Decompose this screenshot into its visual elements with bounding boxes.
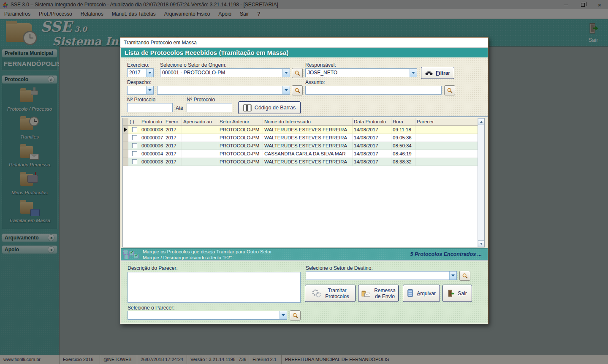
row-checkbox[interactable] <box>128 150 140 158</box>
codigo-barras-button[interactable]: Código de Barras <box>238 101 301 114</box>
search-setor-origem-button[interactable] <box>292 68 303 78</box>
setor-destino-select[interactable] <box>306 271 457 280</box>
setor-origem-label: Selecione o Setor de Origem: <box>160 62 226 68</box>
search-assunto-button[interactable] <box>444 85 455 95</box>
remessa-envio-button[interactable]: Remessade Envio <box>358 285 399 302</box>
despacho-select[interactable] <box>157 86 290 95</box>
setor-destino-label: Selecione o Setor de Destino: <box>306 265 373 271</box>
filter-panel: Exercício: 2017 Selecione o Setor de Ori… <box>121 57 488 117</box>
dialog-sair-button[interactable]: Sair <box>442 285 472 302</box>
num-protocolo-de-input[interactable] <box>127 103 173 112</box>
action-panel: Descrição do Parecer: Selecione o Setor … <box>121 261 488 323</box>
selecione-parecer-label: Selecione o Parecer: <box>128 305 174 311</box>
tramitar-em-massa-dialog: Tramitando Protocolo em Massa Lista de P… <box>120 37 489 324</box>
binoculars-icon <box>425 71 433 76</box>
ate-label: Até <box>176 105 183 111</box>
current-row-marker-icon <box>124 128 127 132</box>
search-setor-destino-button[interactable] <box>459 271 470 281</box>
responsavel-label: Responsável: <box>305 62 336 68</box>
protocol-table: ( ) Protocolo Exerc. Apensado ao Setor A… <box>122 118 485 247</box>
despacho-code-select[interactable] <box>127 86 154 95</box>
num-protocolo2-label: Nº Protocolo <box>187 97 215 103</box>
barcode-icon <box>243 104 252 111</box>
col-protocolo[interactable]: Protocolo <box>140 118 164 125</box>
assunto-label: Assunto: <box>305 79 325 85</box>
num-protocolo-label: Nº Protocolo <box>127 97 155 103</box>
row-checkbox[interactable] <box>128 158 140 166</box>
search-despacho-button[interactable] <box>292 85 303 95</box>
search-icon <box>294 70 301 76</box>
chevron-down-icon[interactable] <box>146 69 153 77</box>
parecer-select[interactable] <box>128 311 287 320</box>
chevron-down-icon[interactable] <box>410 69 417 77</box>
responsavel-select[interactable]: JOSE_NETO <box>305 68 417 77</box>
col-exerc[interactable]: Exerc. <box>164 118 182 125</box>
table-row[interactable]: 00000006 2017 PROTOCOLO-PM WALTERUDES ES… <box>123 142 478 150</box>
chevron-down-icon[interactable] <box>282 69 290 77</box>
descricao-parecer-textarea[interactable] <box>128 272 301 303</box>
chevron-down-icon[interactable] <box>146 86 153 94</box>
filtrar-button[interactable]: Filtrar <box>421 67 454 79</box>
col-checkbox[interactable]: ( ) <box>128 118 140 125</box>
row-checkbox[interactable] <box>128 126 140 134</box>
dialog-titlebar[interactable]: Tramitando Protocolo em Massa <box>120 38 488 48</box>
search-icon <box>292 312 299 319</box>
col-nome[interactable]: Nome do Interessado <box>263 118 353 125</box>
chevron-down-icon[interactable] <box>282 86 290 94</box>
folder-envelope-icon <box>361 289 371 297</box>
scroll-down-icon[interactable] <box>478 240 484 247</box>
selection-info-banner: Marque os Protocolos que deseja Tramitar… <box>121 248 488 261</box>
arquivar-button[interactable]: Arquivar <box>403 285 440 302</box>
num-protocolo-ate-input[interactable] <box>187 103 232 112</box>
table-header-row: ( ) Protocolo Exerc. Apensado ao Setor A… <box>123 118 478 126</box>
chevron-down-icon[interactable] <box>280 311 287 319</box>
gears-icon <box>311 288 322 299</box>
table-scrollbar[interactable] <box>478 118 484 247</box>
search-icon <box>462 273 468 279</box>
selection-instructions: Marque os Protocolos que deseja Tramitar… <box>143 249 272 261</box>
col-hora[interactable]: Hora <box>391 118 415 125</box>
chevron-down-icon[interactable] <box>449 272 456 280</box>
table-row[interactable]: 00000003 2017 PROTOCOLO-PM WALTERUDES ES… <box>123 158 478 166</box>
descricao-parecer-label: Descrição do Parecer: <box>128 265 178 271</box>
scroll-up-icon[interactable] <box>478 118 484 125</box>
dialog-header: Lista de Protocolos Recebidos (Tramitaçã… <box>121 48 488 57</box>
exercicio-label: Exercício: <box>127 62 149 68</box>
search-icon <box>447 87 453 94</box>
protocols-found-count: 5 Protocolos Encontrados ... <box>410 251 482 257</box>
checkboxes-icon <box>123 250 140 259</box>
exercicio-select[interactable]: 2017 <box>127 68 154 77</box>
setor-origem-select[interactable]: 000001 - PROTOCOLO-PM <box>160 68 290 77</box>
row-checkbox[interactable] <box>128 142 140 150</box>
despacho-label: Despacho: <box>127 79 151 85</box>
col-data[interactable]: Data Protocolo <box>353 118 391 125</box>
application-window: SSE 3.0 – Sistema Integrado de Protocolo… <box>0 0 608 364</box>
col-parecer[interactable]: Parecer <box>415 118 478 125</box>
table-row[interactable]: 00000004 2017 PROTOCOLO-PM CASSANDRA CAR… <box>123 150 478 158</box>
table-row[interactable]: 00000008 2017 PROTOCOLO-PM WALTERUDES ES… <box>123 126 478 134</box>
exit-door-icon <box>448 289 455 297</box>
cabinet-icon <box>407 289 414 298</box>
table-row[interactable]: 00000007 2017 PROTOCOLO-PM WALTERUDES ES… <box>123 134 478 142</box>
col-apensado[interactable]: Apensado ao <box>182 118 218 125</box>
col-setor-anterior[interactable]: Setor Anterior <box>218 118 263 125</box>
search-parecer-button[interactable] <box>290 310 301 321</box>
search-icon <box>294 87 301 94</box>
row-checkbox[interactable] <box>128 134 140 142</box>
tramitar-protocolos-button[interactable]: TramitarProtocolos <box>305 285 356 302</box>
assunto-input[interactable] <box>305 86 442 95</box>
